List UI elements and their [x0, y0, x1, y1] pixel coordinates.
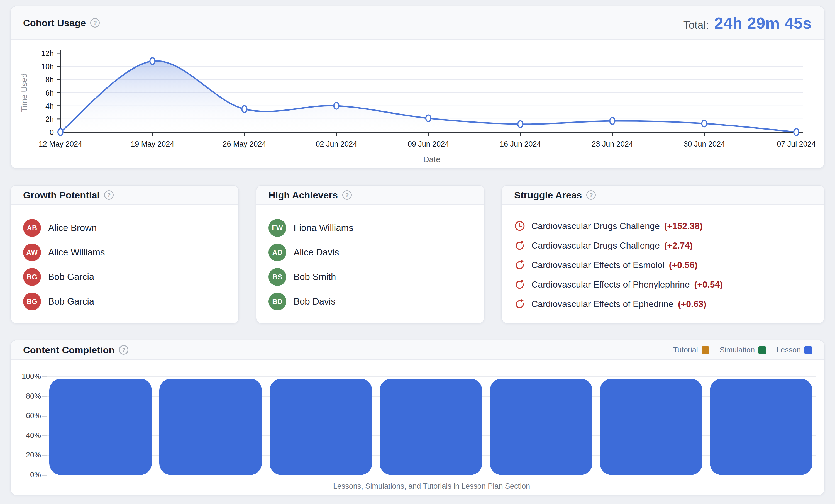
cohort-usage-chart-svg[interactable]: 02h4h6h8h10h12h12 May 202419 May 202426 …	[11, 40, 825, 169]
list-item[interactable]: Cardiovascular Effects of Ephedrine (+0.…	[514, 298, 812, 310]
completion-bar[interactable]	[710, 379, 812, 475]
list-item[interactable]: BD Bob Davis	[268, 293, 472, 310]
cohort-total: Total: 24h 29m 45s	[684, 14, 812, 32]
legend-swatch-simulation	[758, 346, 766, 354]
avatar: BD	[268, 293, 286, 310]
dashboard-page: Cohort Usage ? Total: 24h 29m 45s 02h4h6…	[0, 0, 835, 496]
cohort-usage-card: Cohort Usage ? Total: 24h 29m 45s 02h4h6…	[10, 6, 825, 169]
y-axis-label: 60%	[11, 411, 41, 420]
growth-potential-list: AB Alice Brown AW Alice Williams BG Bob …	[11, 205, 239, 324]
list-item[interactable]: Cardiovascular Drugs Challenge (+2.74)	[514, 239, 812, 252]
list-item[interactable]: FW Fiona Williams	[268, 219, 472, 237]
list-item[interactable]: BG Bob Garcia	[23, 268, 226, 286]
y-axis-label: 40%	[11, 431, 41, 440]
list-item[interactable]: AD Alice Davis	[268, 243, 472, 261]
insights-row: Growth Potential ? AB Alice Brown AW Ali…	[10, 185, 825, 324]
avatar: BS	[268, 268, 286, 286]
member-name: Alice Williams	[48, 247, 105, 258]
content-completion-card: Content Completion ? Tutorial Simulation…	[10, 340, 825, 496]
cohort-total-label: Total:	[684, 19, 709, 31]
svg-text:Date: Date	[423, 155, 440, 164]
svg-text:02 Jun 2024: 02 Jun 2024	[315, 140, 357, 148]
legend-label: Simulation	[720, 346, 755, 355]
svg-text:12 May 2024: 12 May 2024	[39, 140, 82, 148]
struggle-value: (+0.56)	[669, 260, 697, 270]
avatar: AW	[23, 243, 41, 261]
high-achievers-card: High Achievers ? FW Fiona Williams AD Al…	[256, 185, 485, 324]
list-item[interactable]: Cardiovascular Effects of Esmolol (+0.56…	[514, 259, 812, 271]
bar-chart-caption: Lessons, Simulations, and Tutorials in L…	[47, 482, 816, 491]
svg-text:8h: 8h	[45, 76, 54, 84]
legend-item-tutorial[interactable]: Tutorial	[673, 346, 709, 355]
svg-text:09 Jun 2024: 09 Jun 2024	[408, 140, 449, 148]
help-icon[interactable]: ?	[342, 190, 352, 200]
avatar: AD	[268, 243, 286, 261]
y-axis-tick	[42, 475, 47, 476]
struggle-value: (+152.38)	[664, 221, 703, 231]
y-axis-label: 100%	[11, 372, 41, 381]
member-name: Bob Smith	[293, 271, 336, 282]
y-axis-tick	[42, 377, 47, 377]
svg-text:26 May 2024: 26 May 2024	[223, 140, 266, 148]
list-item[interactable]: BG Bob Garcia	[23, 293, 226, 310]
struggle-areas-header: Struggle Areas ?	[502, 185, 824, 205]
completion-bar[interactable]	[490, 379, 592, 475]
redo-icon	[514, 259, 525, 270]
svg-text:10h: 10h	[41, 62, 54, 71]
content-completion-header: Content Completion ? Tutorial Simulation…	[11, 340, 824, 360]
completion-bar[interactable]	[159, 379, 262, 475]
completion-bar[interactable]	[49, 379, 152, 475]
y-axis-tick	[42, 416, 47, 417]
help-icon[interactable]: ?	[104, 190, 114, 200]
high-achievers-list: FW Fiona Williams AD Alice Davis BS Bob …	[256, 205, 484, 324]
list-item[interactable]: Cardiovascular Effects of Phenylephrine …	[514, 278, 812, 291]
legend-swatch-lesson	[805, 346, 812, 354]
svg-text:23 Jun 2024: 23 Jun 2024	[592, 140, 633, 148]
avatar: BG	[23, 268, 41, 286]
member-name: Alice Davis	[293, 247, 339, 258]
completion-bar[interactable]	[380, 379, 482, 475]
struggle-areas-title: Struggle Areas	[514, 190, 582, 201]
help-icon[interactable]: ?	[119, 345, 128, 355]
high-achievers-title: High Achievers	[268, 190, 338, 201]
struggle-name: Cardiovascular Drugs Challenge	[531, 240, 660, 251]
help-icon[interactable]: ?	[90, 18, 100, 27]
content-completion-chart[interactable]: Lessons, Simulations, and Tutorials in L…	[11, 360, 824, 496]
growth-potential-title: Growth Potential	[23, 190, 100, 201]
svg-text:0: 0	[49, 128, 54, 137]
avatar: AB	[23, 219, 41, 237]
svg-text:4h: 4h	[45, 102, 54, 110]
legend-swatch-tutorial	[701, 346, 709, 354]
svg-text:12h: 12h	[41, 49, 54, 58]
legend-item-lesson[interactable]: Lesson	[776, 346, 812, 355]
member-name: Bob Garcia	[48, 296, 94, 307]
completion-bar[interactable]	[600, 379, 702, 475]
completion-bar[interactable]	[270, 379, 372, 475]
cohort-usage-title: Cohort Usage	[23, 18, 86, 28]
svg-text:6h: 6h	[45, 89, 54, 97]
cohort-usage-header: Cohort Usage ? Total: 24h 29m 45s	[11, 6, 824, 40]
redo-icon	[514, 240, 525, 251]
content-completion-title: Content Completion	[23, 345, 115, 356]
struggle-name: Cardiovascular Effects of Phenylephrine	[531, 279, 690, 290]
struggle-name: Cardiovascular Effects of Esmolol	[531, 260, 665, 270]
struggle-value: (+2.74)	[664, 240, 693, 251]
svg-text:Time Used: Time Used	[20, 73, 29, 112]
y-axis-label: 80%	[11, 392, 41, 401]
cohort-total-value: 24h 29m 45s	[714, 14, 812, 32]
struggle-areas-list: Cardiovascular Drugs Challenge (+152.38)…	[502, 205, 824, 324]
list-item[interactable]: AB Alice Brown	[23, 219, 226, 237]
struggle-areas-card: Struggle Areas ? Cardiovascular Drugs Ch…	[501, 185, 825, 324]
list-item[interactable]: Cardiovascular Drugs Challenge (+152.38)	[514, 220, 812, 233]
y-axis-label: 20%	[11, 451, 41, 459]
svg-text:2h: 2h	[45, 115, 54, 123]
member-name: Alice Brown	[48, 223, 97, 233]
legend-item-simulation[interactable]: Simulation	[720, 346, 766, 355]
struggle-name: Cardiovascular Effects of Ephedrine	[531, 299, 673, 309]
y-axis-tick	[42, 436, 47, 436]
member-name: Bob Davis	[293, 296, 335, 307]
list-item[interactable]: AW Alice Williams	[23, 243, 226, 261]
list-item[interactable]: BS Bob Smith	[268, 268, 472, 286]
help-icon[interactable]: ?	[586, 190, 596, 200]
y-axis-tick	[42, 455, 47, 456]
